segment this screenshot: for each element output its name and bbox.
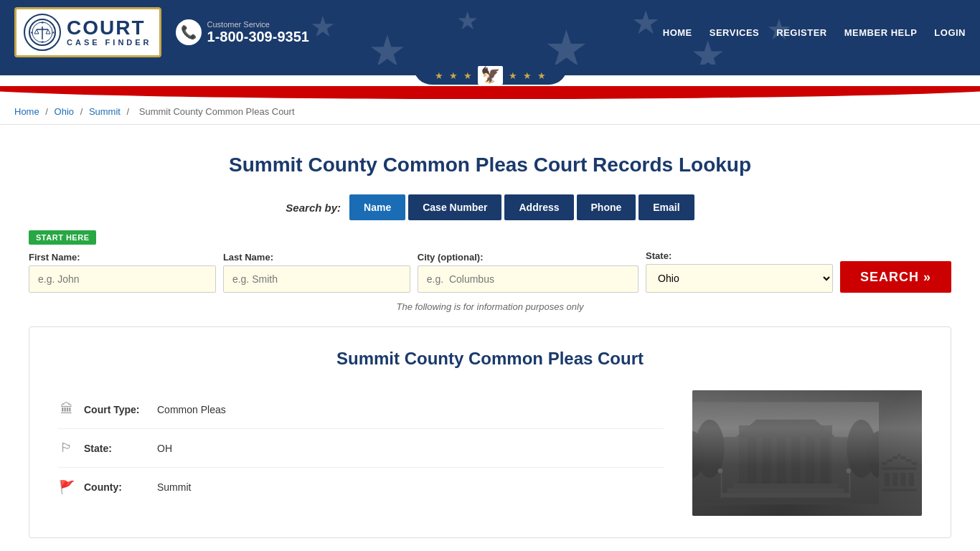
tab-name[interactable]: Name <box>349 194 405 220</box>
star-left-1: ★ <box>435 70 443 81</box>
start-here-badge: START HERE <box>29 230 96 245</box>
svg-rect-18 <box>733 484 838 489</box>
court-type-label: Court Type: <box>84 404 149 415</box>
state-value: OH <box>157 443 172 454</box>
phone-text: Customer Service 1-800-309-9351 <box>207 20 309 45</box>
svg-point-21 <box>695 420 725 478</box>
state-select[interactable]: Ohio Alabama Alaska Arizona California F… <box>646 264 833 293</box>
state-field: State: Ohio Alabama Alaska Arizona Calif… <box>646 250 833 293</box>
breadcrumb-sep-2: / <box>80 106 85 117</box>
nav-register[interactable]: REGISTER <box>776 27 826 38</box>
svg-rect-10 <box>739 425 832 484</box>
site-header: ★ ★ ★ ★ ★ ★ ★ ★ ★ ★ ★ <box>0 0 980 65</box>
svg-point-22 <box>847 420 876 478</box>
tab-address[interactable]: Address <box>504 194 573 220</box>
svg-rect-20 <box>722 493 850 498</box>
svg-rect-8 <box>692 402 879 504</box>
logo-emblem: ★ ★ ★ ★ <box>24 14 61 51</box>
state-label: State: <box>646 250 833 261</box>
search-by-row: Search by: Name Case Number Address Phon… <box>29 194 951 220</box>
svg-marker-17 <box>736 420 835 437</box>
svg-rect-19 <box>727 489 844 494</box>
site-logo[interactable]: ★ ★ ★ ★ COURT CASE FINDER <box>14 7 161 57</box>
breadcrumb-summit[interactable]: Summit <box>89 106 121 117</box>
red-wave <box>0 86 980 99</box>
tab-case-number[interactable]: Case Number <box>408 194 501 220</box>
page-title: Summit County Common Pleas Court Records… <box>29 154 951 176</box>
star-right-1: ★ <box>509 70 517 81</box>
svg-text:★: ★ <box>30 30 34 34</box>
svg-rect-11 <box>748 437 756 484</box>
eagle-symbol: 🦅 <box>478 66 503 85</box>
phone-number: 1-800-309-9351 <box>207 29 309 45</box>
breadcrumb: Home / Ohio / Summit / Summit County Com… <box>0 99 980 125</box>
state-icon: 🏳 <box>58 441 75 456</box>
eagle-arch: ★ ★ ★ 🦅 ★ ★ ★ <box>413 66 567 85</box>
svg-rect-16 <box>821 437 829 484</box>
svg-point-24 <box>867 431 879 478</box>
county-label: County: <box>84 481 149 493</box>
search-button[interactable]: SEARCH » <box>840 261 951 293</box>
first-name-input[interactable] <box>29 265 216 293</box>
main-nav: HOME SERVICES REGISTER MEMBER HELP LOGIN <box>663 27 966 38</box>
court-image-placeholder <box>692 390 922 516</box>
nav-home[interactable]: HOME <box>663 27 692 38</box>
court-type-icon: 🏛 <box>58 402 75 417</box>
star-right-3: ★ <box>537 70 546 81</box>
star-right-2: ★ <box>523 70 532 81</box>
breadcrumb-sep-1: / <box>45 106 50 117</box>
header-left: ★ ★ ★ ★ COURT CASE FINDER 📞 Customer <box>14 7 309 57</box>
court-info-body: 🏛 Court Type: Common Pleas 🏳 State: OH 🚩… <box>58 390 922 516</box>
last-name-field: Last Name: <box>223 252 410 293</box>
svg-text:★: ★ <box>41 39 44 44</box>
breadcrumb-ohio[interactable]: Ohio <box>55 106 74 117</box>
svg-point-23 <box>692 431 704 478</box>
search-form: First Name: Last Name: City (optional): … <box>29 250 951 293</box>
breadcrumb-home[interactable]: Home <box>14 106 39 117</box>
search-by-label: Search by: <box>286 202 341 214</box>
city-label: City (optional): <box>418 252 639 263</box>
court-info-section: Summit County Common Pleas Court 🏛 Court… <box>29 326 951 538</box>
nav-services[interactable]: SERVICES <box>710 27 760 38</box>
nav-login[interactable]: LOGIN <box>934 27 966 38</box>
city-input[interactable] <box>418 265 639 293</box>
red-wave-container <box>0 86 980 99</box>
svg-point-26 <box>847 468 852 474</box>
svg-rect-13 <box>777 437 786 484</box>
county-value: Summit <box>157 481 191 493</box>
first-name-label: First Name: <box>29 252 216 263</box>
svg-rect-9 <box>692 437 879 504</box>
tab-phone[interactable]: Phone <box>577 194 636 220</box>
first-name-field: First Name: <box>29 252 216 293</box>
svg-rect-12 <box>763 437 771 484</box>
info-note: The following is for information purpose… <box>29 301 951 312</box>
last-name-input[interactable] <box>223 265 410 293</box>
last-name-label: Last Name: <box>223 252 410 263</box>
logo-court-label: COURT <box>67 18 152 38</box>
court-type-row: 🏛 Court Type: Common Pleas <box>58 390 664 429</box>
breadcrumb-current: Summit County Common Pleas Court <box>139 106 295 117</box>
svg-point-28 <box>718 468 723 474</box>
phone-icon: 📞 <box>176 19 202 45</box>
svg-rect-15 <box>806 437 814 484</box>
logo-text: COURT CASE FINDER <box>67 18 152 47</box>
main-content: Summit County Common Pleas Court Records… <box>0 125 980 551</box>
state-label-detail: State: <box>84 443 149 454</box>
star-left-2: ★ <box>449 70 458 81</box>
logo-case-finder-label: CASE FINDER <box>67 38 152 47</box>
star-left-3: ★ <box>463 70 472 81</box>
stars-banner: ★ ★ ★ 🦅 ★ ★ ★ <box>0 65 980 86</box>
phone-label: Customer Service <box>207 20 309 29</box>
tab-email[interactable]: Email <box>639 194 694 220</box>
svg-rect-14 <box>791 437 800 484</box>
court-details: 🏛 Court Type: Common Pleas 🏳 State: OH 🚩… <box>58 390 664 516</box>
phone-block: 📞 Customer Service 1-800-309-9351 <box>176 19 309 45</box>
county-row: 🚩 County: Summit <box>58 468 664 507</box>
court-image <box>692 390 922 516</box>
court-info-title: Summit County Common Pleas Court <box>58 349 922 369</box>
county-icon: 🚩 <box>58 479 75 495</box>
city-field: City (optional): <box>418 252 639 293</box>
breadcrumb-sep-3: / <box>127 106 132 117</box>
nav-member-help[interactable]: MEMBER HELP <box>844 27 918 38</box>
court-type-value: Common Pleas <box>157 404 226 415</box>
